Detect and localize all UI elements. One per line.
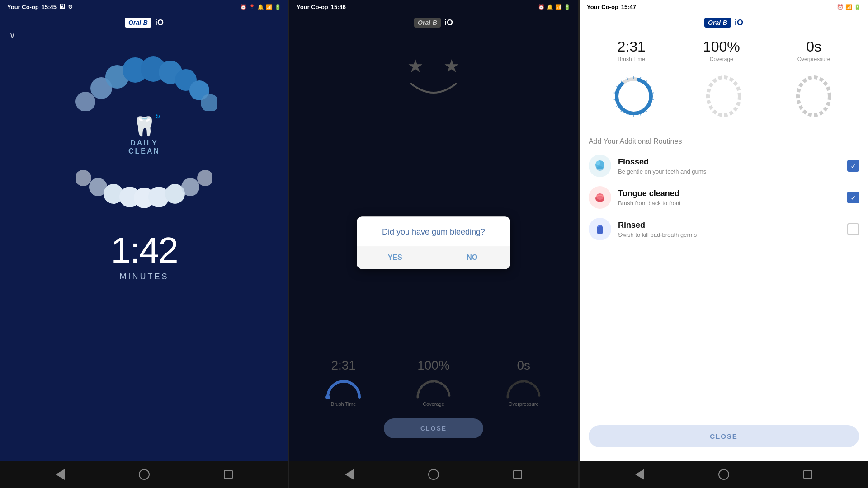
tooth-icon: 🦷 (132, 116, 156, 137)
carrier-3: Your Co-op (587, 4, 618, 10)
rinsed-text: Rinsed Swish to kill bad-breath germs (618, 221, 840, 238)
chevron-down-icon[interactable]: ∨ (9, 29, 16, 40)
back-button-1[interactable] (51, 465, 69, 483)
svg-point-45 (596, 166, 604, 171)
svg-text:★: ★ (443, 56, 460, 76)
p3-brush-time-value: 2:31 (618, 38, 646, 55)
close-button-3[interactable]: CLOSE (589, 425, 859, 447)
top-tooth-arc (72, 38, 217, 111)
svg-rect-49 (597, 226, 603, 234)
svg-line-28 (651, 99, 654, 100)
dialog-buttons: YES NO (357, 246, 510, 269)
nav-bar-3 (580, 461, 868, 488)
close-button-2[interactable]: CLOSE (384, 418, 483, 438)
p1-main-content: ∨ (0, 29, 288, 461)
routines-title: Add Your Additional Routines (589, 137, 859, 145)
nav-bar-2 (289, 461, 578, 488)
tongue-name: Tongue cleaned (618, 189, 840, 198)
stats-row-2: 2:31 Brush Time 100% Coverage 0s O (289, 358, 578, 407)
status-bar-1: Your Co-op 15:45 🖼 ↻ ⏰📍🔔📶🔋 (0, 0, 288, 14)
status-icons-2: ⏰🔔📶🔋 (538, 4, 571, 10)
brush-time-stat-2: 2:31 Brush Time (326, 358, 362, 407)
svg-rect-50 (598, 225, 599, 227)
rinsed-checkbox[interactable] (847, 223, 859, 235)
tongue-checkbox[interactable]: ✓ (847, 192, 859, 203)
carrier-2: Your Co-op (297, 4, 328, 10)
svg-point-47 (596, 193, 604, 200)
p3-coverage-value: 100% (703, 38, 740, 55)
phone-3: Your Co-op 15:47 ⏰📶🔋 Oral-B iO 2:31 Brus… (579, 0, 868, 488)
tongue-text: Tongue cleaned Brush from back to front (618, 189, 840, 206)
svg-line-36 (613, 99, 617, 100)
svg-point-41 (708, 77, 740, 115)
minutes-label: MINUTES (120, 272, 169, 282)
p3-overpressure: 0s Overpressure (797, 38, 830, 62)
brush-time-label-2: Brush Time (331, 401, 356, 407)
tongue-desc: Brush from back to front (618, 200, 840, 206)
rinse-icon (589, 218, 611, 240)
p3-brush-time-label: Brush Time (618, 56, 645, 62)
floss-icon (589, 155, 611, 177)
back-button-3[interactable] (631, 465, 649, 483)
home-button-2[interactable] (425, 465, 443, 483)
p3-overpressure-label: Overpressure (797, 56, 830, 62)
mode-label: DAILY CLEAN (128, 139, 160, 155)
coverage-stat-2: 100% Coverage (415, 358, 452, 407)
daily-clean-section: 🦷 ↻ DAILY CLEAN (128, 115, 160, 155)
recents-button-2[interactable] (509, 465, 527, 483)
brand-header-2: Oral-B iO (289, 14, 578, 29)
overpressure-circle (791, 74, 836, 119)
flossed-text: Flossed Be gentle on your teeth and gums (618, 157, 840, 175)
picture-icon: 🖼 (59, 4, 65, 10)
coverage-label-2: Coverage (423, 401, 444, 407)
routine-item-rinsed: Rinsed Swish to kill bad-breath germs (589, 218, 859, 240)
yes-button[interactable]: YES (357, 246, 434, 269)
p3-stats-header: 2:31 Brush Time 100% Coverage 0s Overpre… (580, 29, 868, 69)
coverage-arc (415, 375, 452, 399)
bottom-tooth-arc (76, 160, 212, 223)
dialog-question: Did you have gum bleeding? (357, 216, 510, 246)
overpressure-label-2: Overpressure (509, 401, 539, 407)
flossed-name: Flossed (618, 157, 840, 167)
io-logo-3: iO (735, 18, 743, 28)
svg-text:★: ★ (407, 56, 424, 76)
status-icons-1: ⏰📍🔔📶🔋 (240, 4, 281, 10)
status-icons-3: ⏰📶🔋 (837, 4, 861, 10)
p3-brush-time: 2:31 Brush Time (618, 38, 646, 62)
brush-time-value-2: 2:31 (331, 358, 356, 373)
status-bar-3: Your Co-op 15:47 ⏰📶🔋 (580, 0, 868, 14)
p3-circles-row (580, 69, 868, 128)
home-button-3[interactable] (715, 465, 733, 483)
home-button-1[interactable] (135, 465, 153, 483)
recents-button-3[interactable] (799, 465, 817, 483)
gum-bleeding-dialog: Did you have gum bleeding? YES NO (357, 216, 510, 269)
smiley-face: ★ ★ (393, 47, 474, 102)
routine-item-flossed: Flossed Be gentle on your teeth and gums… (589, 155, 859, 177)
phone-1: Your Co-op 15:45 🖼 ↻ ⏰📍🔔📶🔋 Oral-B iO ∨ (0, 0, 288, 488)
svg-point-42 (798, 77, 830, 115)
back-button-2[interactable] (340, 465, 359, 483)
recents-button-1[interactable] (219, 465, 237, 483)
routines-section: Add Your Additional Routines Flossed Be … (580, 128, 868, 421)
brand-header-1: Oral-B iO (0, 14, 288, 29)
overpressure-arc (505, 375, 542, 399)
carrier-1: Your Co-op (7, 4, 39, 10)
status-bar-2: Your Co-op 15:46 ⏰🔔📶🔋 (289, 0, 578, 14)
coverage-value-2: 100% (417, 358, 450, 373)
timer-display: 1:42 (111, 232, 178, 268)
svg-point-22 (617, 79, 651, 113)
brush-time-circle (611, 74, 656, 119)
time-1: 15:45 (42, 4, 57, 10)
svg-point-9 (76, 170, 91, 186)
no-button[interactable]: NO (434, 246, 511, 269)
svg-point-44 (596, 161, 600, 165)
brush-time-arc (326, 375, 362, 399)
p3-coverage-label: Coverage (710, 56, 733, 62)
p3-coverage: 100% Coverage (703, 38, 740, 62)
flossed-checkbox[interactable]: ✓ (847, 160, 859, 172)
oral-b-logo-1: Oral-B (125, 18, 151, 28)
svg-point-20 (326, 395, 330, 399)
dialog-box: Did you have gum bleeding? YES NO (357, 216, 510, 269)
p2-main-content: ★ ★ Did you have gum bleeding? YES NO 2:… (289, 29, 578, 461)
oral-b-logo-2: Oral-B (414, 18, 441, 28)
